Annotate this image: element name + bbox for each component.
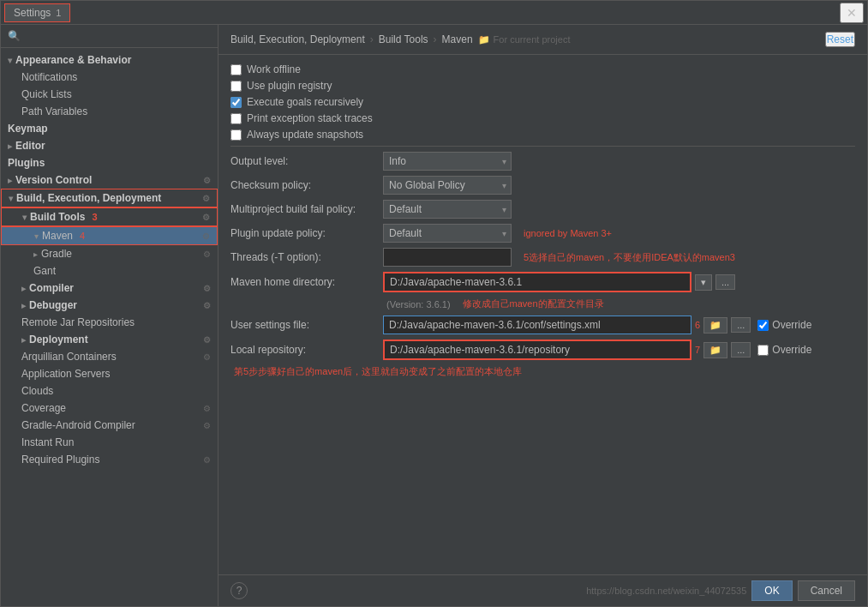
settings-tab[interactable]: Settings 1 xyxy=(4,3,70,22)
for-current-project: 📁 For current project xyxy=(478,34,571,45)
breadcrumb: Build, Execution, Deployment › Build Too… xyxy=(230,33,570,45)
sidebar-settings-icon: ⚙ xyxy=(203,404,211,413)
annotation-config: 修改成自己maven的配置文件目录 xyxy=(463,297,604,310)
execute-goals-checkbox[interactable] xyxy=(230,97,242,108)
work-offline-label: Work offline xyxy=(247,63,301,75)
reset-button[interactable]: Reset xyxy=(825,32,855,47)
annotation-bottom: 第5步步骤好自己的maven后，这里就自动变成了之前配置的本地仓库 xyxy=(234,365,855,378)
ok-button[interactable]: OK xyxy=(751,580,792,601)
sidebar-item-label: Gradle xyxy=(41,248,72,260)
search-input[interactable] xyxy=(24,30,211,42)
sidebar-item-label: Clouds xyxy=(21,385,53,397)
sidebar-item-label: Maven xyxy=(42,230,73,242)
user-settings-group: 6 📁 ... xyxy=(383,316,751,334)
use-plugin-checkbox[interactable] xyxy=(230,81,242,92)
sidebar-item-label: Notifications xyxy=(21,71,77,83)
sidebar-item-pathvariables[interactable]: Path Variables xyxy=(1,103,218,120)
sidebar-item-gant[interactable]: Gant xyxy=(1,262,218,279)
sidebar-item-versioncontrol[interactable]: Version Control ⚙ xyxy=(1,171,218,189)
maven-home-input[interactable] xyxy=(383,272,691,292)
sidebar-item-compiler[interactable]: Compiler ⚙ xyxy=(1,279,218,297)
sidebar-item-requiredplugins[interactable]: Required Plugins ⚙ xyxy=(1,451,218,468)
sidebar-settings-icon: ⚙ xyxy=(203,352,211,362)
maven-version-row: (Version: 3.6.1) 修改成自己maven的配置文件目录 xyxy=(230,297,855,310)
sidebar-item-notifications[interactable]: Notifications xyxy=(1,69,218,86)
sidebar-item-plugins[interactable]: Plugins xyxy=(1,154,218,171)
tab-number: 1 xyxy=(56,8,61,18)
sidebar-item-label: Arquillian Containers xyxy=(21,351,117,363)
threads-row: Threads (-T option): 5选择自己的maven，不要使用IDE… xyxy=(230,248,855,267)
sidebar-item-appearance[interactable]: Appearance & Behavior xyxy=(1,51,218,69)
sidebar-item-gradle[interactable]: Gradle ⚙ xyxy=(1,245,218,262)
arrow-icon xyxy=(33,249,38,259)
execute-goals-label: Execute goals recursively xyxy=(247,96,363,108)
local-repo-browse-btn[interactable]: 📁 xyxy=(703,342,727,358)
maven-home-dropdown-btn[interactable]: ▾ xyxy=(695,274,712,291)
maven-home-browse-btn[interactable]: ... xyxy=(715,274,735,290)
threads-label: Threads (-T option): xyxy=(230,251,376,263)
sidebar-item-label: Version Control xyxy=(15,174,92,186)
print-exception-checkbox[interactable] xyxy=(230,113,242,124)
search-icon: 🔍 xyxy=(8,30,21,42)
work-offline-checkbox[interactable] xyxy=(230,64,242,75)
plugin-update-select[interactable]: Default Always Never xyxy=(383,224,512,243)
threads-input[interactable] xyxy=(383,248,512,267)
sidebar-item-label: Keymap xyxy=(8,123,48,135)
sidebar-item-remotejar[interactable]: Remote Jar Repositories xyxy=(1,314,218,331)
sidebar-item-label: Build Tools xyxy=(30,211,85,223)
arrow-icon xyxy=(8,141,12,151)
sidebar-item-label: Debugger xyxy=(29,299,77,311)
sidebar-item-label: Compiler xyxy=(29,282,74,294)
output-level-select[interactable]: Info Debug Quiet xyxy=(383,152,512,171)
sidebar-item-label: Required Plugins xyxy=(21,454,99,466)
sidebar-item-gradle-android[interactable]: Gradle-Android Compiler ⚙ xyxy=(1,417,218,434)
arrow-icon xyxy=(22,213,27,222)
sidebar-settings-icon: ⚙ xyxy=(203,284,211,293)
sidebar-item-instantrun[interactable]: Instant Run xyxy=(1,434,218,451)
sidebar-item-coverage[interactable]: Coverage ⚙ xyxy=(1,400,218,417)
breadcrumb-build: Build, Execution, Deployment xyxy=(230,33,365,45)
user-settings-browse-btn[interactable]: 📁 xyxy=(703,317,727,334)
sidebar-item-debugger[interactable]: Debugger ⚙ xyxy=(1,297,218,314)
local-repo-input[interactable] xyxy=(383,340,691,360)
sidebar-settings-icon: ⚙ xyxy=(202,231,210,241)
sidebar-item-appservers[interactable]: Application Servers xyxy=(1,365,218,382)
sidebar-item-buildtools[interactable]: Build Tools 3 ⚙ xyxy=(1,207,218,226)
arrow-icon xyxy=(21,284,26,293)
sidebar-item-build-execution[interactable]: Build, Execution, Deployment ⚙ xyxy=(1,189,218,207)
badge-4: 4 xyxy=(80,231,85,241)
sidebar-item-editor[interactable]: Editor xyxy=(1,137,218,154)
watermark-text: https://blog.csdn.net/weixin_44072535 xyxy=(586,586,746,596)
help-button[interactable]: ? xyxy=(230,582,248,599)
sidebar-item-label: Remote Jar Repositories xyxy=(21,316,135,328)
checksum-policy-label: Checksum policy: xyxy=(230,179,376,191)
arrow-icon xyxy=(21,335,26,345)
sidebar-item-label: Plugins xyxy=(8,157,45,169)
sidebar-item-maven[interactable]: Maven 4 ⚙ xyxy=(1,226,218,245)
local-repo-override-checkbox[interactable] xyxy=(757,345,769,356)
local-repo-browse-btn2[interactable]: ... xyxy=(731,342,751,358)
user-settings-override-checkbox[interactable] xyxy=(757,320,769,331)
cancel-button[interactable]: Cancel xyxy=(798,580,855,601)
sidebar-item-deployment[interactable]: Deployment ⚙ xyxy=(1,331,218,348)
close-button[interactable]: ✕ xyxy=(840,3,864,23)
breadcrumb-maven: Maven xyxy=(442,33,473,45)
sidebar-item-arquillian[interactable]: Arquillian Containers ⚙ xyxy=(1,348,218,365)
sidebar-item-clouds[interactable]: Clouds xyxy=(1,382,218,400)
divider-1 xyxy=(230,146,855,147)
multiproject-label: Multiproject build fail policy: xyxy=(230,203,376,215)
always-update-checkbox[interactable] xyxy=(230,129,242,141)
sidebar-item-keymap[interactable]: Keymap xyxy=(1,120,218,137)
multiproject-select[interactable]: Default Fail at end Never fail xyxy=(383,200,512,219)
user-settings-browse-btn2[interactable]: ... xyxy=(731,317,751,333)
user-settings-override-wrapper: Override xyxy=(757,319,811,331)
maven-home-label: Maven home directory: xyxy=(230,276,376,288)
sidebar-item-quicklists[interactable]: Quick Lists xyxy=(1,86,218,103)
user-settings-input[interactable] xyxy=(383,316,691,334)
user-settings-row: User settings file: 6 📁 ... Override xyxy=(230,316,855,334)
sidebar-settings-icon: ⚙ xyxy=(203,335,211,345)
checksum-policy-select[interactable]: No Global Policy Fail Warn Ignore xyxy=(383,176,512,195)
project-icon: 📁 xyxy=(478,34,490,45)
annotation-maven: 5选择自己的maven，不要使用IDEA默认的maven3 xyxy=(524,251,735,264)
sidebar-item-label: Coverage xyxy=(21,402,66,414)
